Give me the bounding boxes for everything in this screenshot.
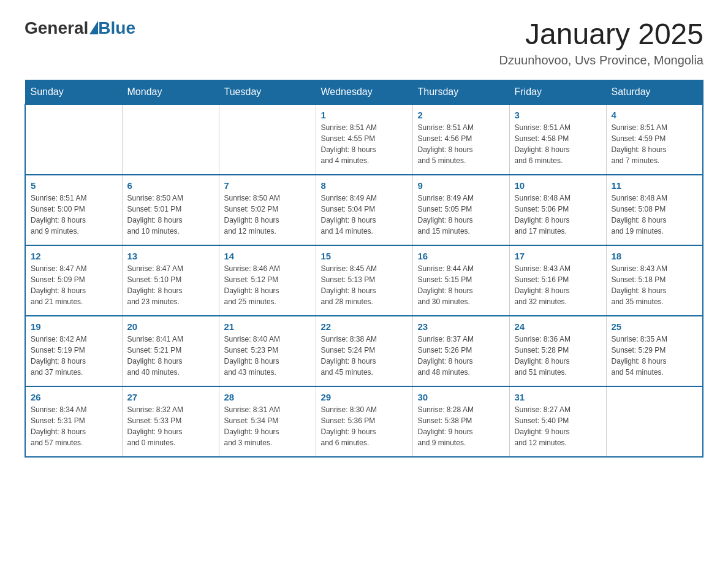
day-info: Sunrise: 8:48 AM Sunset: 5:06 PM Dayligh… [515,193,601,237]
day-number: 24 [515,321,601,332]
calendar-cell: 6Sunrise: 8:50 AM Sunset: 5:01 PM Daylig… [122,175,219,245]
calendar-cell [25,104,122,175]
weekday-header-thursday: Thursday [412,80,509,104]
calendar-cell: 8Sunrise: 8:49 AM Sunset: 5:04 PM Daylig… [316,175,412,245]
weekday-header-saturday: Saturday [606,80,703,104]
day-number: 19 [31,321,117,332]
day-number: 28 [224,392,311,402]
calendar-cell: 11Sunrise: 8:48 AM Sunset: 5:08 PM Dayli… [606,175,703,245]
weekday-header-row: SundayMondayTuesdayWednesdayThursdayFrid… [25,80,703,104]
day-info: Sunrise: 8:27 AM Sunset: 5:40 PM Dayligh… [515,404,601,448]
day-number: 22 [321,321,408,332]
day-number: 5 [31,180,117,191]
calendar-cell [122,104,219,175]
weekday-header-tuesday: Tuesday [219,80,316,104]
calendar-cell: 24Sunrise: 8:36 AM Sunset: 5:28 PM Dayli… [509,316,606,386]
calendar-week-3: 12Sunrise: 8:47 AM Sunset: 5:09 PM Dayli… [25,245,703,316]
calendar-cell: 5Sunrise: 8:51 AM Sunset: 5:00 PM Daylig… [25,175,122,245]
day-number: 31 [515,392,601,402]
day-info: Sunrise: 8:49 AM Sunset: 5:04 PM Dayligh… [321,193,408,237]
calendar-cell: 10Sunrise: 8:48 AM Sunset: 5:06 PM Dayli… [509,175,606,245]
calendar-subtitle: Dzuunhovoo, Uvs Province, Mongolia [499,53,703,67]
day-info: Sunrise: 8:35 AM Sunset: 5:29 PM Dayligh… [612,334,698,378]
calendar-week-5: 26Sunrise: 8:34 AM Sunset: 5:31 PM Dayli… [25,386,703,457]
day-number: 15 [321,251,408,261]
page-header: General Blue January 2025 Dzuunhovoo, Uv… [25,18,703,67]
day-number: 7 [224,180,311,191]
day-info: Sunrise: 8:51 AM Sunset: 4:56 PM Dayligh… [418,122,504,166]
calendar-cell: 26Sunrise: 8:34 AM Sunset: 5:31 PM Dayli… [25,386,122,457]
calendar-cell: 31Sunrise: 8:27 AM Sunset: 5:40 PM Dayli… [509,386,606,457]
day-info: Sunrise: 8:28 AM Sunset: 5:38 PM Dayligh… [418,404,504,448]
calendar-cell [219,104,316,175]
calendar-cell: 18Sunrise: 8:43 AM Sunset: 5:18 PM Dayli… [606,245,703,316]
day-info: Sunrise: 8:44 AM Sunset: 5:15 PM Dayligh… [418,263,504,307]
day-info: Sunrise: 8:48 AM Sunset: 5:08 PM Dayligh… [612,193,698,237]
day-info: Sunrise: 8:32 AM Sunset: 5:33 PM Dayligh… [127,404,214,448]
weekday-header-friday: Friday [509,80,606,104]
day-number: 17 [515,251,601,261]
day-number: 14 [224,251,311,261]
day-info: Sunrise: 8:41 AM Sunset: 5:21 PM Dayligh… [127,334,214,378]
day-info: Sunrise: 8:45 AM Sunset: 5:13 PM Dayligh… [321,263,408,307]
calendar-cell: 17Sunrise: 8:43 AM Sunset: 5:16 PM Dayli… [509,245,606,316]
day-info: Sunrise: 8:40 AM Sunset: 5:23 PM Dayligh… [224,334,311,378]
day-number: 9 [418,180,504,191]
calendar-cell: 30Sunrise: 8:28 AM Sunset: 5:38 PM Dayli… [412,386,509,457]
day-number: 11 [612,180,698,191]
calendar-week-1: 1Sunrise: 8:51 AM Sunset: 4:55 PM Daylig… [25,104,703,175]
day-info: Sunrise: 8:50 AM Sunset: 5:01 PM Dayligh… [127,193,214,237]
weekday-header-sunday: Sunday [25,80,122,104]
day-info: Sunrise: 8:47 AM Sunset: 5:10 PM Dayligh… [127,263,214,307]
day-info: Sunrise: 8:51 AM Sunset: 5:00 PM Dayligh… [31,193,117,237]
title-block: January 2025 Dzuunhovoo, Uvs Province, M… [499,18,703,67]
day-info: Sunrise: 8:51 AM Sunset: 4:59 PM Dayligh… [612,122,698,166]
calendar-cell: 25Sunrise: 8:35 AM Sunset: 5:29 PM Dayli… [606,316,703,386]
calendar-cell: 3Sunrise: 8:51 AM Sunset: 4:58 PM Daylig… [509,104,606,175]
calendar-week-4: 19Sunrise: 8:42 AM Sunset: 5:19 PM Dayli… [25,316,703,386]
day-info: Sunrise: 8:34 AM Sunset: 5:31 PM Dayligh… [31,404,117,448]
weekday-header-wednesday: Wednesday [316,80,412,104]
calendar-cell: 21Sunrise: 8:40 AM Sunset: 5:23 PM Dayli… [219,316,316,386]
calendar-cell: 23Sunrise: 8:37 AM Sunset: 5:26 PM Dayli… [412,316,509,386]
day-info: Sunrise: 8:38 AM Sunset: 5:24 PM Dayligh… [321,334,408,378]
day-number: 4 [612,110,698,120]
day-number: 2 [418,110,504,120]
day-info: Sunrise: 8:46 AM Sunset: 5:12 PM Dayligh… [224,263,311,307]
calendar-week-2: 5Sunrise: 8:51 AM Sunset: 5:00 PM Daylig… [25,175,703,245]
day-number: 25 [612,321,698,332]
calendar-cell: 13Sunrise: 8:47 AM Sunset: 5:10 PM Dayli… [122,245,219,316]
calendar-cell: 19Sunrise: 8:42 AM Sunset: 5:19 PM Dayli… [25,316,122,386]
logo-triangle-icon [89,21,98,34]
day-number: 8 [321,180,408,191]
calendar-cell: 2Sunrise: 8:51 AM Sunset: 4:56 PM Daylig… [412,104,509,175]
calendar-title: January 2025 [499,18,703,51]
day-number: 21 [224,321,311,332]
calendar-cell: 1Sunrise: 8:51 AM Sunset: 4:55 PM Daylig… [316,104,412,175]
logo: General Blue [25,18,135,38]
day-number: 27 [127,392,214,402]
day-number: 13 [127,251,214,261]
day-number: 6 [127,180,214,191]
day-number: 29 [321,392,408,402]
logo-general-text: General [25,18,88,38]
day-info: Sunrise: 8:47 AM Sunset: 5:09 PM Dayligh… [31,263,117,307]
calendar-cell: 4Sunrise: 8:51 AM Sunset: 4:59 PM Daylig… [606,104,703,175]
day-info: Sunrise: 8:51 AM Sunset: 4:58 PM Dayligh… [515,122,601,166]
calendar-cell: 7Sunrise: 8:50 AM Sunset: 5:02 PM Daylig… [219,175,316,245]
day-info: Sunrise: 8:50 AM Sunset: 5:02 PM Dayligh… [224,193,311,237]
day-info: Sunrise: 8:43 AM Sunset: 5:18 PM Dayligh… [612,263,698,307]
day-number: 10 [515,180,601,191]
day-number: 12 [31,251,117,261]
day-number: 16 [418,251,504,261]
day-info: Sunrise: 8:30 AM Sunset: 5:36 PM Dayligh… [321,404,408,448]
day-number: 30 [418,392,504,402]
calendar-cell: 28Sunrise: 8:31 AM Sunset: 5:34 PM Dayli… [219,386,316,457]
calendar-cell: 14Sunrise: 8:46 AM Sunset: 5:12 PM Dayli… [219,245,316,316]
calendar-cell [606,386,703,457]
day-number: 23 [418,321,504,332]
day-info: Sunrise: 8:36 AM Sunset: 5:28 PM Dayligh… [515,334,601,378]
calendar-cell: 27Sunrise: 8:32 AM Sunset: 5:33 PM Dayli… [122,386,219,457]
day-info: Sunrise: 8:51 AM Sunset: 4:55 PM Dayligh… [321,122,408,166]
calendar-cell: 12Sunrise: 8:47 AM Sunset: 5:09 PM Dayli… [25,245,122,316]
